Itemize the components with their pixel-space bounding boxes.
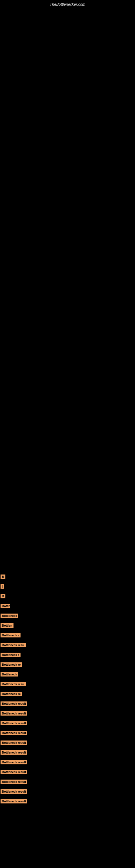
list-item: Bottleneck result: [1, 750, 135, 755]
bottleneck-result-label: Bottleneck result: [1, 780, 27, 784]
bottleneck-result-label: Bottleneck re: [1, 692, 22, 696]
list-item: Bottleneck result: [1, 741, 135, 745]
list-item: Bottleneck: [1, 672, 135, 677]
bottleneck-result-label: Bottleneck result: [1, 789, 27, 794]
list-item: B: [1, 575, 135, 579]
list-item: Bottleneck r: [1, 633, 135, 638]
bottleneck-result-label: Bottlen: [1, 623, 13, 628]
bottleneck-result-label: |: [1, 584, 4, 589]
list-item: Bottleneck resu: [1, 643, 135, 647]
list-item: Bottleneck result: [1, 721, 135, 725]
bottleneck-result-label: Bottleneck result: [1, 731, 27, 735]
list-item: Bottleneck re: [1, 692, 135, 696]
bottleneck-result-label: Bottleneck result: [1, 770, 27, 774]
bottleneck-result-label: Bottleneck resu: [1, 682, 26, 686]
bottleneck-result-label: Bottleneck: [1, 614, 18, 618]
bottleneck-result-label: Bottleneck result: [1, 702, 27, 706]
bottleneck-result-label: B: [1, 575, 5, 579]
list-item: Bottleneck re: [1, 662, 135, 667]
bottleneck-result-label: Bottleneck result: [1, 750, 27, 755]
bottleneck-result-label: Bottleneck resu: [1, 643, 26, 647]
list-item: Bottleneck result: [1, 702, 135, 706]
list-item: Bottleneck r: [1, 653, 135, 657]
list-item: Bottleneck result: [1, 770, 135, 774]
bottleneck-result-label: Bottleneck r: [1, 653, 20, 657]
bottleneck-result-label: Bottleneck result: [1, 760, 27, 764]
list-item: Bottlen: [1, 623, 135, 628]
list-item: Bottleneck result: [1, 799, 135, 803]
list-item: Bottleneck result: [1, 789, 135, 794]
bottleneck-result-label: Bottleneck r: [1, 633, 20, 638]
list-item: B: [1, 594, 135, 598]
list-item: Bottleneck resu: [1, 682, 135, 686]
bottleneck-result-label: Bottleneck result: [1, 721, 27, 725]
list-item: Bottleneck result: [1, 731, 135, 735]
bottleneck-result-label: Bottleneck result: [1, 711, 27, 716]
bottleneck-result-label: Bottle: [1, 604, 10, 608]
list-item: Bottle: [1, 604, 135, 608]
bottleneck-items-container: B|BBottleBottleneckBottlenBottleneck rBo…: [0, 306, 135, 803]
bottleneck-result-label: Bottleneck: [1, 672, 18, 677]
list-item: Bottleneck result: [1, 780, 135, 784]
list-item: Bottleneck result: [1, 711, 135, 716]
list-item: |: [1, 584, 135, 589]
bottleneck-result-label: Bottleneck re: [1, 662, 22, 667]
site-title: TheBottlenecker.com: [0, 0, 135, 8]
list-item: Bottleneck result: [1, 760, 135, 764]
list-item: Bottleneck: [1, 614, 135, 618]
main-chart-area: [0, 8, 135, 306]
bottleneck-result-label: B: [1, 594, 5, 598]
bottleneck-result-label: Bottleneck result: [1, 799, 27, 803]
bottleneck-result-label: Bottleneck result: [1, 741, 27, 745]
